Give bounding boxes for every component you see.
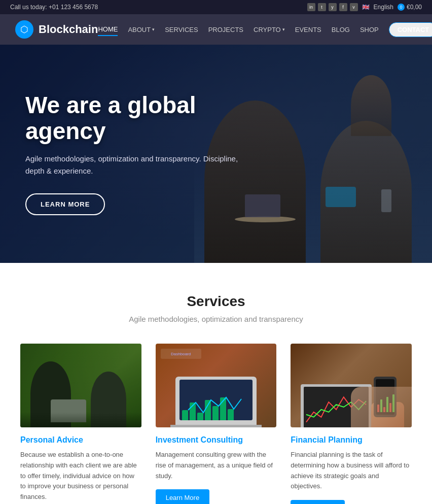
nav-services[interactable]: SERVICES bbox=[165, 24, 198, 36]
service-card-personal: Personal Advice Because we establish a o… bbox=[20, 344, 141, 504]
service-card-financial: Financial Planning Financial planning is… bbox=[291, 344, 412, 504]
service-image-meeting bbox=[20, 344, 141, 427]
service2-text: Management consulting grew with the rise… bbox=[156, 450, 277, 481]
nav-about[interactable]: ABOUT ▾ bbox=[128, 24, 155, 36]
flag-icon: 🇬🇧 bbox=[362, 4, 370, 11]
crypto-chevron: ▾ bbox=[282, 27, 285, 32]
top-bar-right: in t y f v 🇬🇧 English 0 €0,00 bbox=[307, 3, 422, 11]
service-image-finance bbox=[291, 344, 412, 427]
logo-text: Blockchain bbox=[39, 23, 98, 36]
hero-cta-button[interactable]: LEARN MORE bbox=[25, 193, 105, 215]
laptop-big-shape bbox=[175, 377, 257, 427]
service3-title: Financial Planning bbox=[291, 435, 412, 445]
linkedin-icon[interactable]: in bbox=[307, 3, 315, 11]
language-selector[interactable]: English bbox=[374, 4, 393, 11]
services-grid: Personal Advice Because we establish a o… bbox=[20, 344, 412, 504]
facebook-icon[interactable]: f bbox=[339, 3, 347, 11]
service3-learn-button[interactable]: Learn More bbox=[291, 500, 344, 504]
hero-content: We are a global agency Agile methodologi… bbox=[0, 92, 264, 215]
contact-button[interactable]: CONTACT bbox=[389, 22, 432, 37]
social-icons: in t y f v bbox=[307, 3, 358, 11]
cart-badge: 0 bbox=[398, 4, 405, 11]
youtube-icon[interactable]: y bbox=[329, 3, 337, 11]
services-section: Services Agile methodologies, optimizati… bbox=[0, 263, 432, 504]
service3-text: Financial planning is the task of determ… bbox=[291, 450, 412, 492]
nav-events[interactable]: EVENTS bbox=[295, 24, 321, 36]
header: ⬡ Blockchain HOME ABOUT ▾ SERVICES PROJE… bbox=[0, 14, 432, 45]
top-bar: Call us today: +01 123 456 5678 in t y f… bbox=[0, 0, 432, 14]
services-subtitle: Agile methodologies, optimization and tr… bbox=[20, 315, 412, 323]
service1-text: Because we establish a one-to-one relati… bbox=[20, 450, 141, 502]
laptop-screen bbox=[179, 380, 253, 420]
nav-blog[interactable]: BLOG bbox=[332, 24, 350, 36]
service2-title: Investment Consulting bbox=[156, 435, 277, 445]
nav-home[interactable]: HOME bbox=[98, 23, 118, 36]
navigation: HOME ABOUT ▾ SERVICES PROJECTS CRYPTO ▾ … bbox=[98, 22, 432, 37]
nav-projects[interactable]: PROJECTS bbox=[208, 24, 243, 36]
service2-learn-button[interactable]: Learn More bbox=[156, 489, 209, 504]
logo-icon: ⬡ bbox=[15, 20, 33, 39]
hero-title: We are a global agency bbox=[25, 92, 238, 144]
cart-area[interactable]: 0 €0,00 bbox=[398, 4, 422, 11]
nav-shop[interactable]: SHOP bbox=[360, 24, 379, 36]
services-title: Services bbox=[20, 293, 412, 310]
cart-amount: €0,00 bbox=[407, 4, 422, 11]
phone-number: Call us today: +01 123 456 5678 bbox=[10, 4, 98, 11]
hero-section: We are a global agency Agile methodologi… bbox=[0, 45, 432, 263]
service-card-investment: Dashboard Investment Consulting Manageme… bbox=[156, 344, 277, 504]
social5-icon[interactable]: v bbox=[350, 3, 358, 11]
about-chevron: ▾ bbox=[152, 27, 155, 32]
twitter-icon[interactable]: t bbox=[318, 3, 326, 11]
hero-subtitle: Agile methodologies, optimization and tr… bbox=[25, 153, 238, 177]
service-image-dashboard: Dashboard bbox=[156, 344, 277, 427]
service1-title: Personal Advice bbox=[20, 435, 141, 445]
nav-crypto[interactable]: CRYPTO ▾ bbox=[254, 24, 285, 36]
logo[interactable]: ⬡ Blockchain bbox=[15, 20, 98, 39]
